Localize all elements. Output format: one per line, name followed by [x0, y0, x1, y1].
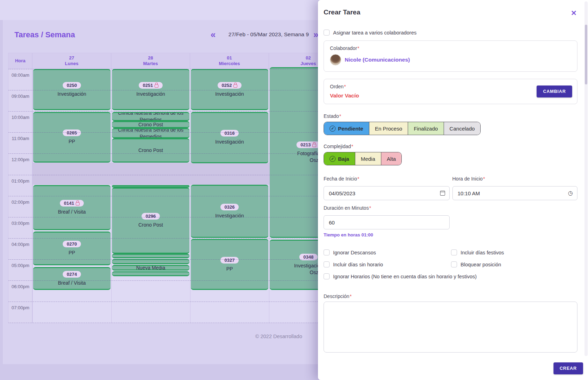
task-block[interactable]: 0252Investigación	[191, 69, 268, 110]
task-block[interactable]: Clínica Nuestra Señora de los Remedios	[112, 112, 189, 121]
option-checkbox-1[interactable]	[451, 249, 457, 255]
task-block[interactable]: 0265PP	[33, 112, 111, 163]
required-asterisk: *	[483, 176, 485, 182]
task-label: Investigación	[215, 139, 244, 145]
option-checkbox-2[interactable]	[324, 261, 330, 267]
task-block[interactable]: 0141Breaf / Visita	[33, 185, 111, 230]
task-block[interactable]: 0251Investigación	[112, 69, 189, 110]
assign-multiple-label: Asignar tarea a varios colaboradores	[333, 30, 417, 36]
option-row: Ignorar Descansos	[324, 249, 451, 255]
assign-multiple-row: Asignar tarea a varios colaboradores	[324, 30, 577, 36]
assign-multiple-checkbox[interactable]	[324, 30, 330, 36]
task-label: Crono Post	[138, 222, 163, 228]
clock-icon[interactable]: ◷	[568, 190, 573, 196]
task-id-badge: 0348	[299, 254, 318, 260]
task-label: PP	[69, 138, 75, 145]
week-range-label: 27/Feb - 05/Mar 2023, Semana 9	[222, 31, 315, 38]
day-header: 01Miercoles	[190, 53, 269, 69]
duracion-input[interactable]: 60	[324, 215, 450, 229]
orden-card: Orden* Valor Vacío CAMBIAR	[324, 79, 577, 104]
complejidad-option-media[interactable]: Media	[355, 152, 381, 165]
task-id-badge: 0316	[220, 130, 239, 137]
avatar	[330, 54, 341, 65]
orden-label: Orden*	[330, 84, 571, 89]
orden-value: Valor Vacío	[330, 93, 571, 99]
task-block[interactable]: Crono Post	[112, 138, 189, 163]
complejidad-option-alta[interactable]: Alta	[381, 152, 402, 165]
task-block[interactable]: 0327PP	[191, 239, 268, 290]
task-id-badge: 0213	[296, 141, 321, 148]
task-block[interactable]: Nueva Media	[112, 265, 189, 271]
duracion-label: Duración en Minutos*	[324, 205, 577, 211]
task-block[interactable]: 0296Crono Post	[112, 188, 189, 254]
task-label: Crono Post	[138, 121, 163, 128]
task-block[interactable]	[112, 254, 189, 258]
time-label: 12:00pm	[8, 157, 32, 162]
task-id-badge: 0250	[63, 82, 81, 89]
task-label: Clínica Nuestra Señora de los Remedios	[112, 128, 189, 138]
option-checkbox-0[interactable]	[324, 249, 330, 255]
option-label: Incluir días sin horario	[333, 262, 383, 267]
fecha-inicio-label: Fecha de Inicio*	[324, 176, 450, 182]
column-separator	[111, 69, 112, 323]
descripcion-label: Descripción*	[324, 293, 577, 299]
day-header: 27Lunes	[32, 53, 111, 69]
option-label: Ignorar Horarios (No tiene en cuenta día…	[333, 274, 477, 279]
complejidad-option-baja[interactable]: ✓Baja	[324, 152, 355, 165]
lock-icon	[312, 144, 316, 147]
task-block[interactable]: 0316Investigación	[191, 112, 268, 163]
estado-option-pendiente[interactable]: ✓Pendiente	[324, 122, 369, 135]
colaborador-link[interactable]: Nicole (Comunicaciones)	[345, 57, 410, 63]
time-label: 03:00pm	[8, 221, 32, 226]
estado-option-en-proceso[interactable]: En Proceso	[369, 122, 408, 135]
hora-inicio-input[interactable]: 10:10 AM ◷	[452, 186, 578, 200]
prev-week-icon[interactable]: «	[211, 30, 215, 39]
estado-option-finalizado[interactable]: Finalizado	[408, 122, 444, 135]
copyright-footer: © 2022 Desarrollado	[255, 334, 302, 339]
duracion-hint: Tiempo en horas 01:00	[324, 232, 577, 238]
check-circle-icon: ✓	[330, 126, 336, 132]
time-label: 08:00am	[8, 72, 32, 78]
task-block[interactable]: Crono Post	[112, 121, 189, 128]
task-block[interactable]	[112, 271, 189, 276]
day-header: 28Martes	[111, 53, 190, 69]
lock-icon	[76, 202, 80, 205]
task-block[interactable]: 0326Investigación	[191, 185, 268, 238]
option-label: Incluir días festivos	[461, 250, 504, 255]
option-row: Ignorar Horarios (No tiene en cuenta día…	[324, 273, 577, 279]
column-separator	[269, 69, 269, 323]
scrollbar-thumb[interactable]	[585, 25, 587, 84]
task-block[interactable]: 0250Investigación	[33, 69, 111, 110]
lock-icon	[155, 84, 158, 88]
task-block[interactable]	[112, 259, 189, 264]
time-label: 07:00pm	[8, 305, 32, 310]
task-id-badge: 0327	[220, 257, 239, 264]
task-block[interactable]: 0274Breaf / Visita	[33, 267, 111, 290]
descripcion-textarea[interactable]	[324, 302, 577, 353]
option-label: Bloquear posición	[461, 262, 501, 267]
task-id-badge: 0296	[142, 213, 160, 220]
task-block[interactable]	[112, 185, 189, 188]
fecha-inicio-input[interactable]: 04/05/2023	[324, 186, 450, 200]
cambiar-button[interactable]: CAMBIAR	[537, 86, 572, 97]
time-label: 11:00am	[8, 136, 32, 141]
task-label: Investigación	[215, 91, 244, 97]
task-id-badge: 0274	[63, 271, 81, 278]
estado-option-cancelado[interactable]: Cancelado	[444, 122, 481, 135]
time-label: 09:00am	[8, 94, 32, 99]
task-label: Nueva Media	[136, 265, 165, 271]
options-checkbox-grid: Ignorar DescansosIncluir días festivosIn…	[324, 249, 577, 279]
task-block[interactable]: Clínica Nuestra Señora de los Remedios	[112, 128, 189, 138]
option-checkbox-3[interactable]	[451, 261, 457, 267]
task-label: Breaf / Visita	[58, 280, 86, 286]
crear-button[interactable]: CREAR	[553, 362, 583, 374]
time-label: 04:00pm	[8, 242, 32, 247]
time-label: 05:00pm	[8, 263, 32, 268]
option-checkbox-4[interactable]	[324, 273, 330, 279]
task-id-badge: 0270	[63, 241, 81, 247]
panel-scrollbar[interactable]	[584, 1, 588, 356]
required-asterisk: *	[351, 144, 353, 149]
calendar-icon[interactable]	[440, 191, 445, 196]
task-label: Osz	[310, 157, 319, 164]
task-block[interactable]: 0270PP	[33, 232, 111, 265]
